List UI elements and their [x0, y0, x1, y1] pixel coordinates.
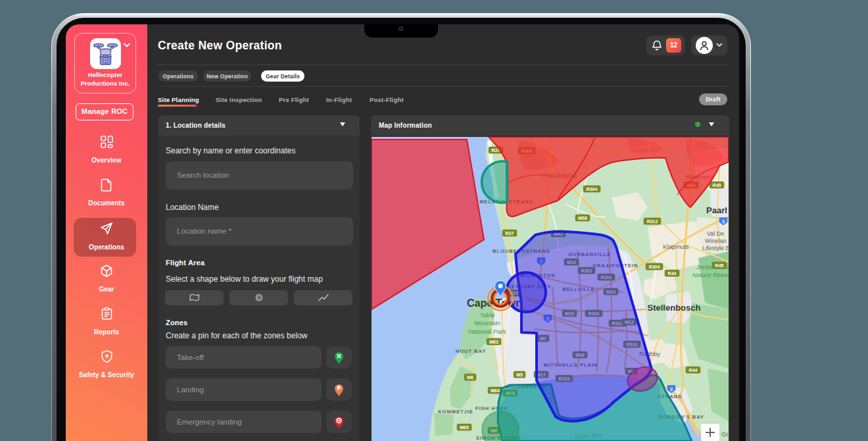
svg-text:R312: R312 [647, 219, 658, 224]
svg-text:R44: R44 [689, 368, 698, 373]
svg-text:Klapmuts: Klapmuts [663, 243, 689, 250]
svg-text:1: 1 [722, 219, 725, 224]
svg-text:Stellenbosch: Stellenbosch [648, 303, 701, 313]
svg-text:R45: R45 [713, 183, 721, 188]
svg-text:M5: M5 [516, 373, 523, 377]
svg-text:M58: M58 [578, 216, 587, 220]
svg-text:Gr: Gr [721, 430, 729, 438]
svg-text:M6: M6 [467, 375, 473, 380]
svg-text:HOUT BAY: HOUT BAY [456, 348, 486, 354]
svg-text:R45: R45 [715, 263, 724, 268]
svg-text:M64: M64 [491, 388, 500, 393]
svg-text:R304: R304 [587, 187, 598, 192]
svg-text:2: 2 [670, 386, 673, 392]
svg-text:Val De: Val De [707, 230, 724, 237]
svg-text:R27: R27 [506, 231, 514, 236]
svg-text:KOMMETJIE: KOMMETJIE [438, 409, 473, 415]
svg-text:Mountain: Mountain [474, 319, 500, 326]
svg-text:Winelan: Winelan [705, 238, 727, 244]
svg-text:Paarl: Paarl [706, 205, 727, 215]
svg-text:Nature Reserve: Nature Reserve [692, 271, 729, 278]
svg-text:R44: R44 [668, 271, 677, 276]
svg-text:R304: R304 [649, 265, 660, 269]
svg-text:Table: Table [480, 311, 495, 319]
svg-text:M63: M63 [489, 340, 498, 344]
svg-text:National Park: National Park [468, 328, 506, 335]
svg-text:Lifestyle E: Lifestyle E [702, 245, 729, 251]
svg-text:M65: M65 [460, 425, 469, 430]
